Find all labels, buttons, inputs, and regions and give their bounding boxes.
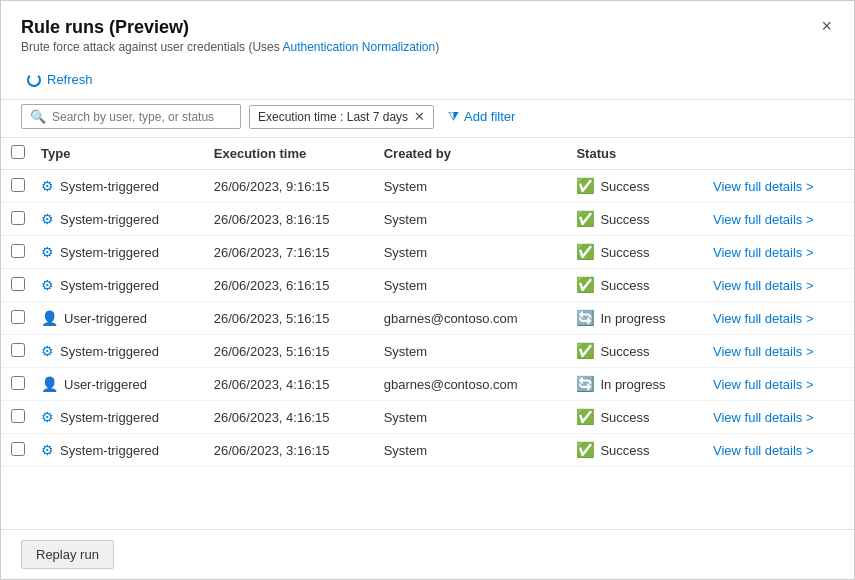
row-type: ⚙System-triggered	[31, 170, 204, 203]
view-full-details-link[interactable]: View full details >	[713, 410, 814, 425]
inprogress-icon: 🔄	[576, 375, 595, 393]
row-created-by: System	[374, 170, 567, 203]
row-status: 🔄In progress	[566, 302, 703, 335]
close-button[interactable]: ×	[815, 15, 838, 37]
row-execution-time: 26/06/2023, 9:16:15	[204, 170, 374, 203]
inprogress-icon: 🔄	[576, 309, 595, 327]
type-label: System-triggered	[60, 278, 159, 293]
header-checkbox-cell	[1, 138, 31, 170]
subtitle-link[interactable]: Authentication Normalization	[282, 40, 435, 54]
view-full-details-link[interactable]: View full details >	[713, 311, 814, 326]
row-checkbox-cell	[1, 236, 31, 269]
success-icon: ✅	[576, 210, 595, 228]
row-checkbox-cell	[1, 335, 31, 368]
row-checkbox[interactable]	[11, 376, 25, 390]
row-type: 👤User-triggered	[31, 368, 204, 401]
gear-icon: ⚙	[41, 277, 54, 293]
status-label: Success	[600, 245, 649, 260]
table-row: ⚙System-triggered26/06/2023, 9:16:15Syst…	[1, 170, 854, 203]
row-type: ⚙System-triggered	[31, 434, 204, 467]
status-label: Success	[600, 410, 649, 425]
table-row: ⚙System-triggered26/06/2023, 6:16:15Syst…	[1, 269, 854, 302]
row-status: ✅Success	[566, 335, 703, 368]
row-status: ✅Success	[566, 434, 703, 467]
row-checkbox[interactable]	[11, 277, 25, 291]
column-status: Status	[566, 138, 703, 170]
type-label: User-triggered	[64, 377, 147, 392]
row-checkbox[interactable]	[11, 310, 25, 324]
type-label: User-triggered	[64, 311, 147, 326]
type-label: System-triggered	[60, 410, 159, 425]
replay-run-button[interactable]: Replay run	[21, 540, 114, 569]
row-status: ✅Success	[566, 170, 703, 203]
table-row: ⚙System-triggered26/06/2023, 3:16:15Syst…	[1, 434, 854, 467]
row-status: ✅Success	[566, 269, 703, 302]
row-checkbox[interactable]	[11, 409, 25, 423]
row-checkbox-cell	[1, 368, 31, 401]
row-checkbox[interactable]	[11, 343, 25, 357]
search-input[interactable]	[52, 110, 232, 124]
row-view-link-cell: View full details >	[703, 269, 854, 302]
row-status: 🔄In progress	[566, 368, 703, 401]
success-icon: ✅	[576, 276, 595, 294]
row-type: 👤User-triggered	[31, 302, 204, 335]
success-icon: ✅	[576, 408, 595, 426]
type-label: System-triggered	[60, 212, 159, 227]
success-icon: ✅	[576, 177, 595, 195]
row-checkbox[interactable]	[11, 244, 25, 258]
row-execution-time: 26/06/2023, 3:16:15	[204, 434, 374, 467]
user-icon: 👤	[41, 376, 58, 392]
execution-time-chip: Execution time : Last 7 days ✕	[249, 105, 434, 129]
row-checkbox-cell	[1, 203, 31, 236]
row-checkbox[interactable]	[11, 178, 25, 192]
table-row: ⚙System-triggered26/06/2023, 5:16:15Syst…	[1, 335, 854, 368]
table-container: Type Execution time Created by Status ⚙S…	[1, 138, 854, 529]
row-checkbox[interactable]	[11, 442, 25, 456]
row-status: ✅Success	[566, 203, 703, 236]
row-created-by: System	[374, 401, 567, 434]
row-created-by: gbarnes@contoso.com	[374, 302, 567, 335]
refresh-button[interactable]: Refresh	[21, 68, 99, 91]
row-view-link-cell: View full details >	[703, 302, 854, 335]
row-checkbox[interactable]	[11, 211, 25, 225]
rule-runs-dialog: Rule runs (Preview) Brute force attack a…	[0, 0, 855, 580]
table-row: ⚙System-triggered26/06/2023, 7:16:15Syst…	[1, 236, 854, 269]
success-icon: ✅	[576, 243, 595, 261]
view-full-details-link[interactable]: View full details >	[713, 377, 814, 392]
add-filter-button[interactable]: ⧩ Add filter	[442, 105, 521, 129]
type-label: System-triggered	[60, 179, 159, 194]
row-type: ⚙System-triggered	[31, 203, 204, 236]
view-full-details-link[interactable]: View full details >	[713, 443, 814, 458]
row-type: ⚙System-triggered	[31, 269, 204, 302]
search-box[interactable]: 🔍	[21, 104, 241, 129]
dialog-header: Rule runs (Preview) Brute force attack a…	[1, 1, 854, 60]
row-status: ✅Success	[566, 401, 703, 434]
row-view-link-cell: View full details >	[703, 335, 854, 368]
row-created-by: System	[374, 203, 567, 236]
success-icon: ✅	[576, 342, 595, 360]
dialog-subtitle: Brute force attack against user credenti…	[21, 40, 834, 54]
refresh-label: Refresh	[47, 72, 93, 87]
row-created-by: System	[374, 335, 567, 368]
status-label: Success	[600, 179, 649, 194]
chip-close-button[interactable]: ✕	[414, 110, 425, 123]
status-label: Success	[600, 443, 649, 458]
select-all-checkbox[interactable]	[11, 145, 25, 159]
row-checkbox-cell	[1, 401, 31, 434]
view-full-details-link[interactable]: View full details >	[713, 278, 814, 293]
view-full-details-link[interactable]: View full details >	[713, 344, 814, 359]
filter-icon: ⧩	[448, 109, 459, 125]
row-view-link-cell: View full details >	[703, 434, 854, 467]
view-full-details-link[interactable]: View full details >	[713, 179, 814, 194]
view-full-details-link[interactable]: View full details >	[713, 245, 814, 260]
type-label: System-triggered	[60, 245, 159, 260]
table-row: 👤User-triggered26/06/2023, 4:16:15gbarne…	[1, 368, 854, 401]
type-label: System-triggered	[60, 443, 159, 458]
execution-time-chip-label: Execution time : Last 7 days	[258, 110, 408, 124]
row-created-by: gbarnes@contoso.com	[374, 368, 567, 401]
view-full-details-link[interactable]: View full details >	[713, 212, 814, 227]
refresh-icon	[27, 73, 41, 87]
row-checkbox-cell	[1, 302, 31, 335]
row-execution-time: 26/06/2023, 5:16:15	[204, 302, 374, 335]
footer: Replay run	[1, 529, 854, 579]
